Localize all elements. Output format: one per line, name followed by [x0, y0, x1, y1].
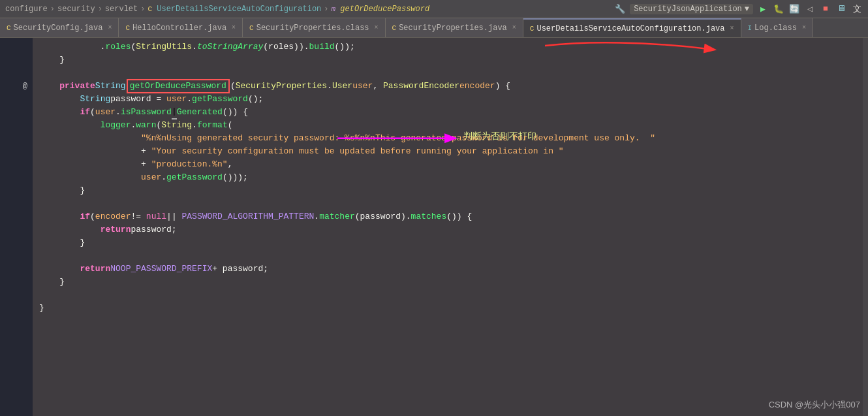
tab-label3: SecurityProperties.class	[256, 24, 369, 33]
tab-user-details-auto[interactable]: C UserDetailsServiceAutoConfiguration.ja…	[523, 18, 741, 38]
vertical-scrollbar[interactable]	[863, 38, 868, 416]
code-line-11: user.getPassword()));	[39, 171, 863, 184]
code-line-15: return password;	[39, 223, 863, 236]
code-line-2: }	[39, 54, 863, 67]
code-line-12: }	[39, 184, 863, 197]
code-line-7: logger.warn(String.format(	[39, 119, 863, 132]
code-line-10: + "production.%n",	[39, 158, 863, 171]
code-line-1: .roles(StringUtils.toStringArray(roles))…	[39, 40, 863, 54]
code-line-9: + "Your security configuration must be u…	[39, 145, 863, 158]
tab-label2: HelloController.java	[132, 24, 226, 33]
code-line-8: "%n%nUsing generated security password: …	[39, 132, 863, 145]
tab-label6: Log.class	[754, 24, 797, 33]
code-line-5: String password = user.getPassword();	[39, 93, 863, 106]
debug-icon[interactable]: 🐛	[773, 3, 784, 15]
tab-security-properties-class[interactable]: C SecurityProperties.class ×	[243, 18, 385, 38]
coverage-icon[interactable]: 🔄	[788, 3, 800, 15]
code-line-21: }	[39, 302, 863, 315]
ide-container: configure › security › servlet › C UserD…	[0, 0, 868, 416]
tab-icon-c: C	[7, 24, 11, 32]
tab-icon-c4: C	[392, 24, 397, 32]
code-line-19: }	[39, 276, 863, 289]
code-line-14: if (encoder != null || PASSWORD_ALGORITH…	[39, 210, 863, 223]
back-icon[interactable]: ◁	[804, 3, 816, 15]
code-line-3	[39, 67, 863, 80]
tab-label: SecurityConfig.java	[14, 24, 103, 33]
code-line-13	[39, 197, 863, 210]
tab-icon-c2: C	[125, 24, 130, 32]
line-number-gutter: @	[0, 38, 33, 416]
code-editor[interactable]: 判断为否则不打印 .roles(StringUtils.toStringArra…	[33, 38, 863, 416]
breadcrumb-bar: configure › security › servlet › C UserD…	[0, 0, 868, 18]
tab-security-config[interactable]: C SecurityConfig.java ×	[0, 18, 119, 38]
tab-label4: SecurityProperties.java	[399, 24, 507, 33]
monitor-icon[interactable]: 🖥	[835, 3, 847, 15]
tab-label5: UserDetailsServiceAutoConfiguration.java	[536, 24, 724, 33]
tab-close6[interactable]: ×	[802, 24, 806, 31]
tab-icon-c3: C	[249, 24, 254, 32]
tab-log-class[interactable]: I Log.class ×	[741, 18, 813, 38]
wrench-icon[interactable]: 🔧	[614, 3, 626, 15]
code-line-16: }	[39, 236, 863, 249]
editor-area: @	[0, 38, 868, 416]
editor-tabs: C SecurityConfig.java × C HelloControlle…	[0, 18, 868, 38]
breadcrumb-method[interactable]: m getOrDeducePassword	[332, 5, 430, 14]
breadcrumb-servlet[interactable]: servlet	[105, 5, 138, 14]
breadcrumb-configure[interactable]: configure	[5, 5, 48, 14]
toolbar-right: 🔧 SecurityJsonApplication ▼ ▶ 🐛 🔄 ◁ ■ 🖥 …	[614, 3, 863, 15]
code-line-18: return NOOP_PASSWORD_PREFIX + password;	[39, 263, 863, 276]
tab-close3[interactable]: ×	[375, 24, 379, 31]
code-line-6: if (user.isPassword|Generated()) {	[39, 106, 863, 119]
stop-icon[interactable]: ■	[820, 3, 831, 15]
run-configuration[interactable]: SecurityJsonApplication ▼	[630, 4, 753, 14]
tab-security-properties-java[interactable]: C SecurityProperties.java ×	[386, 18, 523, 38]
tab-icon-i: I	[748, 24, 752, 32]
tab-icon-c5: C	[530, 25, 535, 33]
run-config-dropdown-icon[interactable]: ▼	[745, 5, 749, 14]
translate-icon[interactable]: 文	[851, 3, 863, 15]
breadcrumb-class[interactable]: C UserDetailsServiceAutoConfiguration	[147, 5, 321, 14]
run-icon[interactable]: ▶	[757, 3, 769, 15]
code-line-17	[39, 249, 863, 263]
run-config-label: SecurityJsonApplication	[634, 5, 742, 14]
tab-hello-controller[interactable]: C HelloController.java ×	[119, 18, 243, 38]
code-line-4: private String getOrDeducePassword(Secur…	[39, 80, 863, 93]
tab-close5[interactable]: ×	[730, 25, 734, 32]
tab-close4[interactable]: ×	[512, 24, 516, 31]
breadcrumb-security[interactable]: security	[57, 5, 95, 14]
tab-close[interactable]: ×	[108, 24, 112, 31]
watermark: CSDN @光头小小强007	[769, 399, 860, 411]
code-line-20	[39, 289, 863, 302]
gutter-annotation-at: @	[23, 80, 27, 93]
tab-close2[interactable]: ×	[232, 24, 236, 31]
